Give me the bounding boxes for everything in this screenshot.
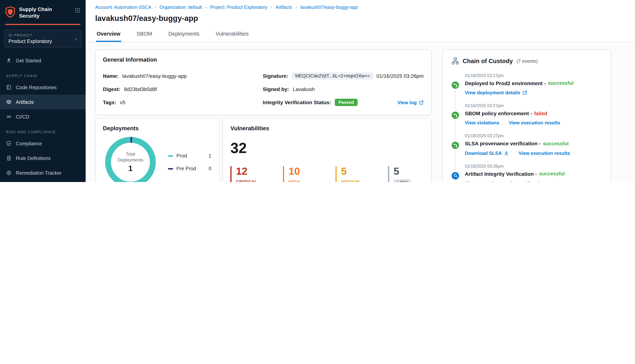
sidebar-nav: Get Started SUPPLY CHAIN Code Repositori… [0,53,86,182]
signed-by-value: Lavakush [293,86,315,92]
sidebar: Supply ChainSecurity PROJECT Product Exp… [0,0,86,182]
signature-label: Signature: [263,73,288,79]
custody-event: 01/16/2025 03:26pm Artifact Integrity Ve… [452,164,602,182]
sidebar-section-manage: MANAGE [0,180,86,182]
shield-check-icon [6,140,12,146]
digest-label: Digest: [103,86,120,92]
tab-deployments[interactable]: Deployments [167,28,200,42]
project-selector[interactable]: PROJECT Product Exploratory › [5,30,81,47]
view-violations-link[interactable]: View violations [465,120,499,126]
sidebar-item-label: Compliance [16,141,42,146]
page-title: lavakush07/easy-buggy-app [95,14,625,23]
package-icon [6,99,12,105]
download-slsa-link[interactable]: Download SLSA [465,150,509,156]
sidebar-item-label: Get Started [16,58,41,63]
signature-date: 01/16/2025 03:26pm [376,73,424,79]
sidebar-item-code-repositories[interactable]: Code Repositories [0,80,86,95]
project-selector-value: Product Exploratory [9,38,75,44]
chevron-separator-icon: › [155,4,156,10]
deployments-card: Deployments Total Deployments 1 [95,118,220,182]
vulnerabilities-total: 32 [231,140,424,155]
general-information-card: General Information Name:lavakush07/easy… [95,50,432,115]
tab-sbom[interactable]: SBOM [136,28,153,42]
repository-icon [6,84,12,90]
sidebar-item-rule-definitions[interactable]: Rule Definitions [0,151,86,166]
chain-of-custody-card: Chain of Custody (7 events) 01/16/2025 0… [443,50,611,182]
breadcrumb-artifacts-link[interactable]: Artifacts [276,4,292,10]
view-log-link[interactable]: View log [397,100,424,105]
integrity-status-label: Integrity Verification Status: [263,100,331,105]
document-icon [6,155,12,161]
breadcrumb-organization-link[interactable]: Organization: default [159,4,202,10]
sidebar-section-supply-chain: SUPPLY CHAIN [0,68,86,80]
page-header: Account: Automation-SSCA › Organization:… [86,0,635,42]
event-timestamp: 01/16/2025 03:27pm [465,74,602,78]
rocket-icon [6,58,12,64]
event-title: SBOM policy enforcement - failed [465,110,602,117]
tab-overview[interactable]: Overview [96,28,121,42]
sidebar-item-artifacts[interactable]: Artifacts [0,95,86,109]
severity-low: 5 LOW [388,166,424,182]
tags-label: Tags: [103,100,116,105]
chevron-right-icon: › [75,36,77,42]
sidebar-item-get-started[interactable]: Get Started [0,53,86,68]
view-deployment-details-link[interactable]: View deployment details [465,90,527,96]
supply-chain-security-logo-icon [5,6,16,20]
sidebar-item-remediation-tracker[interactable]: Remediation Tracker [0,166,86,180]
severity-breakdown: 12 CRITICAL 10 HIGH 5 MEDIUM [231,166,424,182]
view-execution-results-link[interactable]: View execution results [509,120,560,126]
digest-value: 8d23bd3b5d8f [124,86,157,92]
view-execution-results-link[interactable]: View execution results [465,180,516,182]
card-title: Deployments [103,125,212,132]
events-count: (7 events) [517,58,538,64]
infinity-icon [6,114,12,120]
sidebar-item-label: Artifacts [16,99,34,105]
main-area: Account: Automation-SSCA › Organization:… [86,0,635,182]
brand-accent-rule [5,24,81,25]
breadcrumb: Account: Automation-SSCA › Organization:… [95,4,625,10]
page-content: General Information Name:lavakush07/easy… [86,42,635,182]
breadcrumb-account-link[interactable]: Account: Automation-SSCA [95,4,151,10]
signed-by-label: Signed by: [263,86,289,92]
custody-event: 01/16/2025 03:27pm Deployed to Prod2 env… [452,74,602,104]
breadcrumb-project-link[interactable]: Project: Product Exploratory [210,4,267,10]
external-link-icon [523,90,527,95]
project-icon [9,34,12,37]
deployment-icon [452,82,459,89]
event-status: successful [539,170,565,177]
name-label: Name: [103,73,119,79]
severity-medium: 5 MEDIUM [335,166,371,182]
custody-event: 01/16/2025 03:27pm SLSA provenance verif… [452,134,602,164]
view-execution-results-link[interactable]: View execution results [519,150,570,156]
donut-center-value: 1 [128,164,132,173]
tags-value: v5 [120,100,125,105]
status-badge: Passed [335,99,358,106]
view-log-entry-link[interactable]: View log entry [526,180,558,182]
chevron-separator-icon: › [205,4,207,10]
legend-swatch-pre-prod [168,168,173,169]
event-status: successful [548,80,574,86]
artifact-name-value: lavakush07/easy-buggy-app [122,73,187,79]
sidebar-item-compliance[interactable]: Compliance [0,136,86,151]
card-title: General Information [103,56,424,63]
slsa-verification-icon [452,142,459,149]
module-grid-icon[interactable] [75,7,81,15]
custody-timeline: 01/16/2025 03:27pm Deployed to Prod2 env… [452,74,602,182]
sidebar-item-cicd[interactable]: CI/CD [0,109,86,124]
chevron-separator-icon: › [271,4,272,10]
sidebar-section-risk-and-compliance: RISK AND COMPLIANCE [0,124,86,136]
card-title: Vulnerabilities [231,125,424,132]
event-timestamp: 01/16/2025 03:27pm [465,104,602,108]
deployments-donut-chart: Total Deployments 1 [105,137,156,182]
legend-swatch-prod [168,155,173,156]
card-title: Chain of Custody [463,58,513,64]
sidebar-item-label: Remediation Tracker [16,170,62,176]
sidebar-item-label: Rule Definitions [16,156,51,161]
legend-item-prod: Prod 1 [168,153,211,158]
app-window: Supply ChainSecurity PROJECT Product Exp… [0,0,635,182]
legend-count-prod: 1 [208,153,211,158]
tab-vulnerabilities[interactable]: Vulnerabilities [215,28,249,42]
breadcrumb-current-artifact-link[interactable]: lavakush07/easy-buggy-app [300,4,358,10]
chevron-separator-icon: › [295,4,297,10]
policy-enforcement-icon [452,112,459,119]
